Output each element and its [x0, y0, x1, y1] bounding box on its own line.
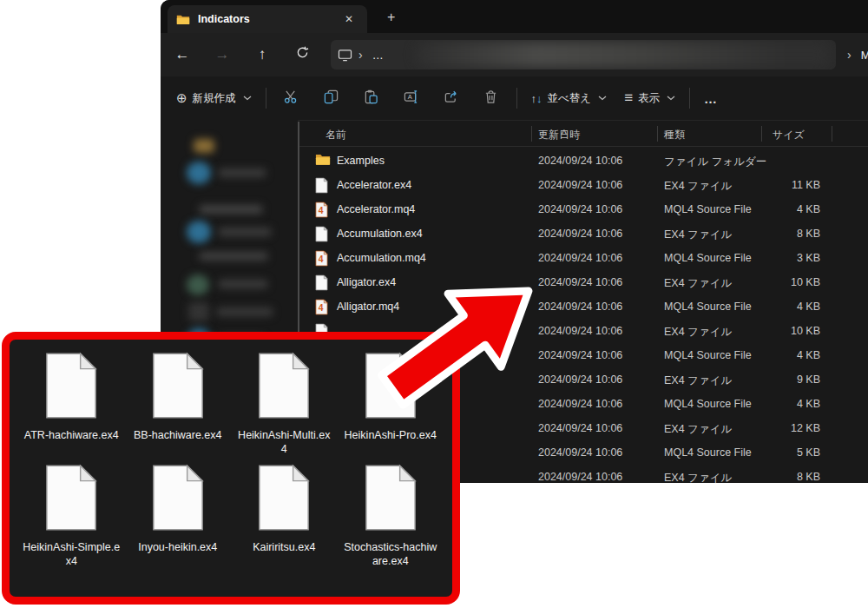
file-row[interactable]: Accumulation.ex42024/09/24 10:06EX4 ファイル… [299, 222, 868, 247]
tab-indicators[interactable]: Indicators ✕ [168, 5, 367, 33]
extracted-files-grid: ATR-hachiware.ex4BB-hachiware.ex4HeikinA… [10, 340, 452, 580]
column-separator[interactable] [761, 126, 762, 142]
share-button[interactable] [431, 89, 471, 108]
rename-button[interactable]: A [391, 89, 431, 108]
file-row[interactable]: 4Accumulation.mq42024/09/24 10:06MQL4 So… [299, 247, 868, 271]
blurred-path-segment [414, 43, 829, 67]
breadcrumb-item-mql4[interactable]: MQL4 [858, 47, 868, 63]
extracted-file-name: BB-hachiware.ex4 [134, 428, 221, 442]
file-row[interactable]: 4Accelerator.mq42024/09/24 10:06MQL4 Sou… [299, 198, 868, 222]
file-name: Examples [337, 155, 385, 167]
page: Indicators ✕ + ← → ↑ › … › MQL4 [0, 0, 868, 608]
sidebar-blurred-item [218, 169, 266, 177]
file-row[interactable]: Examples2024/09/24 10:06ファイル フォルダー [299, 149, 868, 174]
file-size: 5 KB [725, 446, 820, 459]
sidebar-blurred-item [188, 302, 209, 321]
file-size: 10 KB [725, 325, 820, 337]
extracted-file-item[interactable]: Kairiritsu.ex4 [231, 464, 338, 569]
new-item-label: 新規作成 [193, 91, 236, 106]
extracted-file-item[interactable]: ATR-hachiware.ex4 [18, 352, 125, 457]
refresh-button[interactable] [287, 46, 317, 63]
view-lines-icon: ≡ [624, 89, 633, 107]
sort-arrows-icon: ↑↓ [531, 90, 542, 106]
chevron-down-icon [243, 96, 252, 101]
svg-text:4: 4 [319, 254, 324, 264]
delete-button[interactable] [471, 89, 511, 108]
document-icon [151, 352, 205, 423]
extracted-file-item[interactable]: BB-hachiware.ex4 [125, 352, 232, 457]
ex4-file-icon [315, 177, 331, 193]
extracted-file-item[interactable]: HeikinAshi-Pro.ex4 [338, 352, 444, 457]
new-item-button[interactable]: ⊕ 新規作成 [168, 90, 260, 106]
extracted-file-name: HeikinAshi-Simple.ex4 [23, 540, 120, 569]
file-name: Alligator.ex4 [337, 276, 396, 288]
column-separator[interactable] [657, 126, 658, 142]
file-type: EX4 ファイル [664, 422, 732, 437]
paste-button[interactable] [352, 89, 391, 108]
file-size: 4 KB [725, 349, 820, 361]
scissors-icon [284, 89, 299, 104]
mq4-file-icon: 4 [315, 202, 331, 217]
more-options-button[interactable]: … [695, 91, 726, 106]
extracted-file-item[interactable]: HeikinAshi-Multi.ex4 [231, 352, 338, 457]
command-toolbar: ⊕ 新規作成 A [161, 76, 868, 121]
view-button[interactable]: ≡ 表示 [615, 89, 684, 107]
file-size: 3 KB [725, 252, 820, 264]
sidebar-blurred-item [199, 252, 268, 261]
document-icon [44, 464, 98, 535]
file-size: 4 KB [725, 398, 820, 410]
column-header-row: ^ 名前 更新日時 種類 サイズ [299, 122, 868, 147]
file-row[interactable]: 4Alligator.mq42024/09/24 10:06MQL4 Sourc… [299, 295, 868, 320]
file-row[interactable]: Accelerator.ex42024/09/24 10:06EX4 ファイル1… [299, 174, 868, 198]
up-button[interactable]: ↑ [247, 46, 277, 63]
file-type: EX4 ファイル [664, 179, 732, 194]
address-more-button[interactable]: … [369, 47, 387, 63]
tab-close-icon[interactable]: ✕ [339, 11, 358, 27]
back-button[interactable]: ← [168, 46, 197, 63]
column-separator[interactable] [531, 126, 532, 142]
extracted-file-name: Inyou-heikin.ex4 [138, 540, 217, 554]
sort-button[interactable]: ↑↓ 並べ替え [523, 90, 616, 106]
folder-icon [176, 14, 190, 25]
column-separator[interactable] [832, 126, 832, 142]
this-pc-icon [338, 49, 352, 62]
extracted-file-name: HeikinAshi-Multi.ex4 [235, 428, 332, 457]
cut-button[interactable] [272, 89, 312, 108]
file-type: ファイル フォルダー [664, 155, 766, 169]
column-name[interactable]: 名前 [326, 128, 346, 142]
svg-text:4: 4 [319, 303, 324, 313]
copy-icon [324, 89, 339, 104]
paste-icon [364, 89, 378, 104]
extracted-file-item[interactable]: HeikinAshi-Simple.ex4 [18, 464, 125, 569]
file-name: Accelerator.ex4 [337, 179, 411, 191]
file-modified: 2024/09/24 10:06 [538, 398, 622, 410]
file-size: 4 KB [725, 301, 820, 313]
extracted-file-item[interactable]: Inyou-heikin.ex4 [125, 464, 232, 569]
rename-icon: A [404, 89, 418, 104]
file-modified: 2024/09/24 10:06 [538, 446, 622, 459]
document-icon [44, 352, 98, 423]
trash-icon [483, 89, 498, 104]
address-bar[interactable]: › … [331, 40, 836, 69]
column-type[interactable]: 種類 [664, 128, 685, 142]
breadcrumb: › MQL4 Indicators › [841, 40, 868, 69]
svg-text:A: A [408, 93, 413, 101]
svg-text:4: 4 [319, 206, 324, 215]
sidebar-blurred-item [187, 274, 209, 295]
document-icon [151, 464, 205, 535]
file-modified: 2024/09/24 10:06 [538, 203, 622, 215]
file-modified: 2024/09/24 10:06 [538, 471, 622, 483]
copy-button[interactable] [312, 89, 352, 108]
forward-button[interactable]: → [207, 46, 237, 63]
column-size[interactable]: サイズ [773, 128, 805, 142]
document-icon [257, 464, 311, 535]
file-row[interactable]: Alligator.ex42024/09/24 10:06EX4 ファイル10 … [299, 271, 868, 295]
file-modified: 2024/09/24 10:06 [538, 422, 622, 434]
extracted-file-name: Stochastics-hachiware.ex4 [342, 540, 439, 569]
extracted-file-name: ATR-hachiware.ex4 [24, 428, 119, 442]
new-tab-button[interactable]: + [379, 9, 403, 26]
sidebar-blurred-item [199, 205, 263, 214]
file-type: EX4 ファイル [664, 228, 732, 242]
extracted-file-item[interactable]: Stochastics-hachiware.ex4 [338, 464, 444, 569]
column-modified[interactable]: 更新日時 [538, 128, 580, 142]
